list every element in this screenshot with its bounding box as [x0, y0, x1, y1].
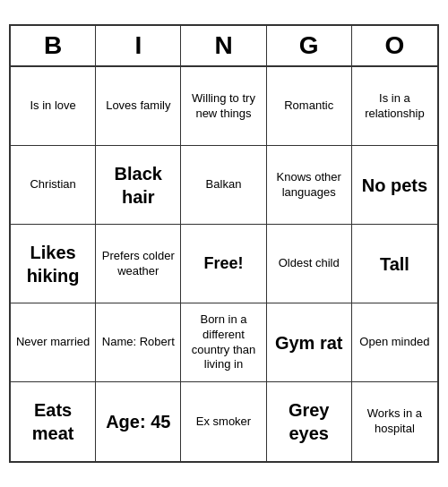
bingo-cell-5: Christian [11, 146, 96, 225]
bingo-cell-13: Oldest child [267, 225, 352, 303]
bingo-cell-23: Grey eyes [267, 382, 352, 461]
bingo-cell-6: Black hair [96, 146, 181, 225]
bingo-grid: Is in loveLoves familyWilling to try new… [11, 67, 437, 461]
bingo-cell-12: Free! [181, 225, 266, 303]
header-letter-o: O [352, 26, 437, 67]
header-letter-b: B [11, 26, 96, 67]
bingo-cell-7: Balkan [181, 146, 266, 225]
header-letter-g: G [267, 26, 352, 67]
bingo-cell-19: Open minded [352, 303, 437, 382]
bingo-cell-14: Tall [352, 225, 437, 303]
bingo-cell-16: Name: Robert [96, 303, 181, 382]
bingo-cell-3: Romantic [267, 67, 352, 146]
bingo-cell-8: Knows other languages [267, 146, 352, 225]
bingo-cell-21: Age: 45 [96, 382, 181, 461]
bingo-cell-2: Willing to try new things [181, 67, 266, 146]
bingo-cell-0: Is in love [11, 67, 96, 146]
header-letter-i: I [96, 26, 181, 67]
header-letter-n: N [181, 26, 266, 67]
bingo-cell-18: Gym rat [267, 303, 352, 382]
bingo-cell-9: No pets [352, 146, 437, 225]
bingo-cell-10: Likes hiking [11, 225, 96, 303]
bingo-cell-17: Born in a different country than living … [181, 303, 266, 382]
bingo-cell-4: Is in a relationship [352, 67, 437, 146]
bingo-cell-20: Eats meat [11, 382, 96, 461]
bingo-cell-15: Never married [11, 303, 96, 382]
bingo-header: BINGO [11, 26, 437, 67]
bingo-cell-11: Prefers colder weather [96, 225, 181, 303]
bingo-cell-22: Ex smoker [181, 382, 266, 461]
bingo-card: BINGO Is in loveLoves familyWilling to t… [9, 24, 439, 463]
bingo-cell-24: Works in a hospital [352, 382, 437, 461]
bingo-cell-1: Loves family [96, 67, 181, 146]
